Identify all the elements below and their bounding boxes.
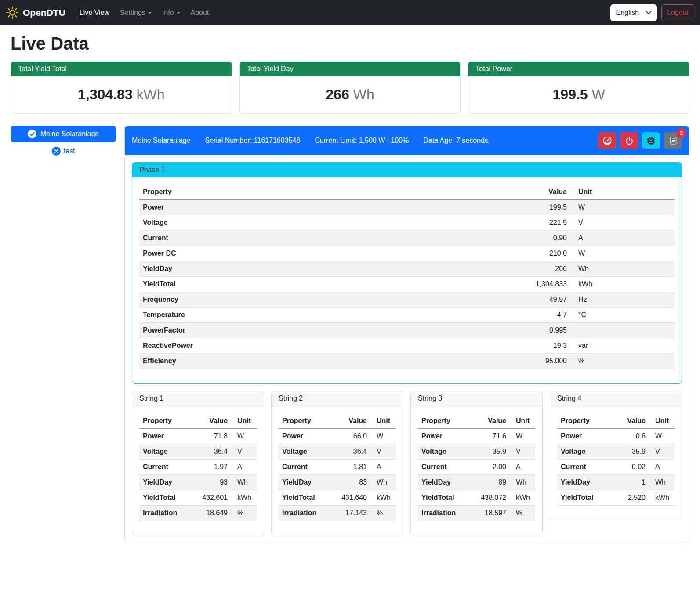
brand[interactable]: OpenDTU (6, 6, 65, 19)
card-total-yield-total: Total Yield Total 1,304.83kWh (11, 61, 232, 114)
table-row: YieldTotal2.520kWh (557, 490, 675, 506)
card-value: 1,304.83kWh (11, 76, 232, 113)
table-row: Power66.0W (279, 429, 396, 444)
property-cell: YieldTotal (279, 490, 333, 506)
value-cell: 1,304.833 (513, 277, 570, 292)
brand-label: OpenDTU (23, 7, 65, 18)
table-header-row: Property Value Unit (139, 413, 257, 429)
string-4-title: String 4 (550, 391, 682, 406)
value-cell: 19.3 (513, 338, 570, 354)
unit-cell: % (510, 506, 535, 521)
column-value: Value (193, 413, 231, 429)
cpu-icon (646, 136, 656, 146)
table-row: Voltage35.9V (418, 444, 535, 460)
check-circle-icon (28, 130, 36, 138)
nav-item-about[interactable]: About (187, 5, 213, 20)
device-info-button[interactable] (642, 132, 660, 149)
property-cell: YieldDay (418, 475, 472, 490)
power-toggle-button[interactable] (620, 132, 638, 149)
unit-cell: A (510, 460, 535, 475)
value-cell: 0.90 (513, 231, 570, 246)
value-cell: 0.02 (611, 460, 649, 475)
inverter-header: Meine Solaranlage Serial Number: 1161716… (125, 126, 689, 155)
nav-item-label: Live View (80, 9, 109, 17)
string-1-card: String 1 Property Value Unit (132, 391, 264, 535)
property-cell: Irradiation (418, 506, 472, 521)
column-property: Property (139, 185, 513, 200)
navbar: OpenDTU Live View Settings Info About En… (0, 0, 700, 25)
string-2-body: Property Value Unit Power66.0WVoltage36.… (272, 406, 403, 535)
value-cell: 432.601 (193, 490, 231, 506)
navbar-right: English Logout (610, 4, 694, 21)
unit-cell: V (370, 444, 396, 460)
card-total-power: Total Power 199.5W (468, 61, 689, 114)
property-cell: YieldTotal (139, 490, 193, 506)
language-select[interactable]: English (610, 4, 657, 21)
nav-item-live-view[interactable]: Live View (76, 5, 113, 20)
property-cell: Voltage (557, 444, 611, 460)
inverter-limit: Current Limit: 1,500 W | 100% (315, 137, 409, 145)
table-header-row: Property Value Unit (279, 413, 396, 429)
table-row: YieldDay83Wh (279, 475, 396, 490)
language-selected-label: English (616, 9, 639, 17)
property-cell: YieldTotal (139, 277, 513, 292)
card-title: Total Power (468, 62, 689, 76)
column-property: Property (418, 413, 472, 429)
event-log-button[interactable]: 2 (664, 132, 682, 149)
table-row: Voltage36.4V (279, 444, 396, 460)
nav-item-info[interactable]: Info (159, 5, 184, 20)
unit-cell: kWh (570, 277, 675, 292)
limit-settings-button[interactable] (598, 132, 616, 149)
table-row: Current0.90A (139, 231, 675, 246)
property-cell: YieldTotal (557, 490, 611, 506)
value-cell: 49.97 (513, 292, 570, 308)
inverter-select-button[interactable]: Meine Solaranlage (11, 126, 116, 142)
logout-button[interactable]: Logout (661, 4, 694, 21)
property-cell: YieldDay (139, 475, 193, 490)
unit-cell: Wh (649, 475, 675, 490)
nav-item-settings[interactable]: Settings (116, 5, 155, 20)
value-cell: 36.4 (333, 444, 370, 460)
string-2-title: String 2 (272, 391, 403, 406)
value-cell: 2.00 (472, 460, 510, 475)
value-cell: 0.995 (513, 323, 570, 338)
inverter-name: Meine Solaranlage (132, 137, 190, 145)
table-row: Irradiation17.143% (279, 506, 396, 521)
property-cell: YieldDay (279, 475, 333, 490)
property-cell: Power (557, 429, 611, 444)
string-2-table: Property Value Unit Power66.0WVoltage36.… (279, 413, 396, 521)
column-value: Value (513, 185, 570, 200)
unit-cell: Wh (510, 475, 535, 490)
unit-cell: A (370, 460, 396, 475)
unit-cell: var (570, 338, 675, 354)
unit-cell: Hz (570, 292, 675, 308)
string-1-table: Property Value Unit Power71.8WVoltage36.… (139, 413, 257, 521)
unit-cell: V (570, 215, 675, 231)
unit-cell: V (510, 444, 535, 460)
table-row: Efficiency95.000% (139, 354, 675, 369)
string-2-card: String 2 Property Value Unit (271, 391, 403, 535)
value-cell: 438.072 (472, 490, 510, 506)
value-unit: kWh (137, 87, 165, 102)
power-icon (624, 136, 634, 145)
column-unit: Unit (231, 413, 257, 429)
value-cell: 89 (472, 475, 510, 490)
card-title: Total Yield Day (240, 62, 461, 76)
value-cell: 0.6 (611, 429, 649, 444)
table-row: YieldDay89Wh (418, 475, 535, 490)
phase-1-table: Property Value Unit Power199.5WVoltage22… (139, 185, 675, 369)
value-unit: W (592, 87, 605, 102)
property-cell: Irradiation (139, 506, 193, 521)
table-row: Voltage35.9V (557, 444, 675, 460)
inverter-item-test[interactable]: test (11, 147, 116, 156)
column-value: Value (333, 413, 370, 429)
unit-cell: Wh (231, 475, 257, 490)
value-cell: 221.9 (513, 215, 570, 231)
value-number: 1,304.83 (78, 87, 133, 102)
value-cell: 199.5 (513, 200, 570, 215)
column-unit: Unit (649, 413, 675, 429)
property-cell: Frequency (139, 292, 513, 308)
value-cell: 1.81 (333, 460, 370, 475)
card-value: 199.5W (468, 76, 689, 113)
property-cell: Power (418, 429, 472, 444)
